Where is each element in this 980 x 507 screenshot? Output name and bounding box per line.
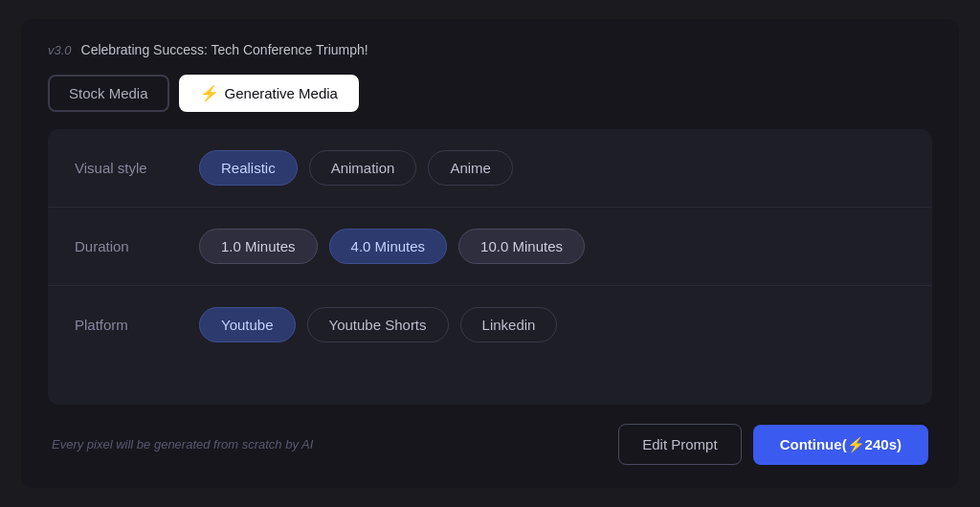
option-4min[interactable]: 4.0 Minutes xyxy=(329,229,448,264)
project-title: Celebrating Success: Tech Conference Tri… xyxy=(81,42,368,57)
settings-card: Visual style Realistic Animation Anime D… xyxy=(48,129,932,405)
duration-options: 1.0 Minutes 4.0 Minutes 10.0 Minutes xyxy=(199,229,585,264)
version-tag: v3.0 xyxy=(48,43,72,57)
footer-bar: Every pixel will be generated from scrat… xyxy=(48,424,932,465)
option-anime[interactable]: Anime xyxy=(428,150,513,186)
platform-row: Platform Youtube Youtube Shorts Linkedin xyxy=(48,286,932,364)
footer-actions: Edit Prompt Continue(⚡240s) xyxy=(618,424,928,465)
lightning-icon: ⚡ xyxy=(200,84,219,102)
option-youtube-shorts[interactable]: Youtube Shorts xyxy=(307,307,449,342)
visual-style-options: Realistic Animation Anime xyxy=(199,150,513,186)
footer-note: Every pixel will be generated from scrat… xyxy=(52,437,313,452)
stock-media-tab[interactable]: Stock Media xyxy=(48,75,169,112)
top-bar: v3.0 Celebrating Success: Tech Conferenc… xyxy=(48,42,932,57)
option-animation[interactable]: Animation xyxy=(309,150,417,186)
option-linkedin[interactable]: Linkedin xyxy=(460,307,558,342)
generative-media-tab[interactable]: ⚡ Generative Media xyxy=(179,75,359,112)
duration-label: Duration xyxy=(75,238,199,254)
platform-label: Platform xyxy=(75,317,199,333)
media-tabs: Stock Media ⚡ Generative Media xyxy=(48,75,932,112)
option-10min[interactable]: 10.0 Minutes xyxy=(458,229,585,264)
generative-media-label: Generative Media xyxy=(225,85,338,101)
option-1min[interactable]: 1.0 Minutes xyxy=(199,229,318,264)
visual-style-label: Visual style xyxy=(75,160,199,176)
duration-row: Duration 1.0 Minutes 4.0 Minutes 10.0 Mi… xyxy=(48,208,932,286)
platform-options: Youtube Youtube Shorts Linkedin xyxy=(199,307,557,342)
option-youtube[interactable]: Youtube xyxy=(199,307,296,342)
continue-button[interactable]: Continue(⚡240s) xyxy=(753,425,928,465)
option-realistic[interactable]: Realistic xyxy=(199,150,298,186)
edit-prompt-button[interactable]: Edit Prompt xyxy=(618,424,741,465)
app-container: v3.0 Celebrating Success: Tech Conferenc… xyxy=(21,19,959,488)
visual-style-row: Visual style Realistic Animation Anime xyxy=(48,129,932,208)
